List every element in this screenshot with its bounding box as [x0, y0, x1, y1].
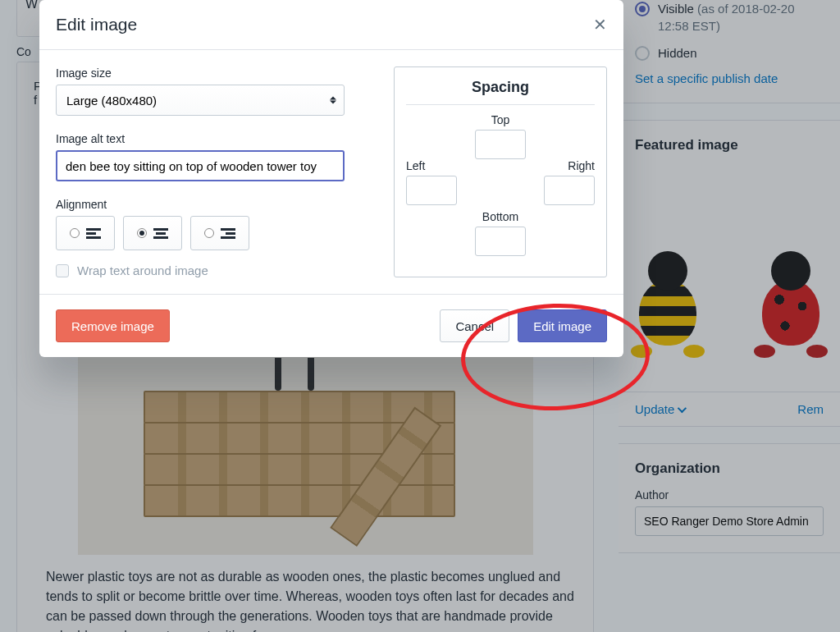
- checkbox-icon: [56, 264, 69, 277]
- spacing-left-label: Left: [406, 159, 425, 172]
- modal-title: Edit image: [56, 15, 137, 34]
- image-size-select[interactable]: Large (480x480): [56, 85, 345, 116]
- align-center-button[interactable]: [123, 216, 182, 250]
- image-size-label: Image size: [56, 66, 345, 80]
- spacing-title: Spacing: [406, 79, 595, 105]
- spacing-bottom-input[interactable]: [475, 227, 526, 256]
- align-center-icon: [153, 228, 168, 239]
- spacing-top-label: Top: [491, 113, 510, 126]
- radio-icon: [204, 228, 214, 238]
- spacing-right-label: Right: [568, 159, 595, 172]
- spacing-bottom-label: Bottom: [482, 210, 518, 223]
- edit-image-button[interactable]: Edit image: [518, 309, 607, 342]
- wrap-text-option: Wrap text around image: [56, 263, 345, 277]
- align-right-button[interactable]: [190, 216, 249, 250]
- close-button[interactable]: ✕: [593, 15, 607, 34]
- alignment-label: Alignment: [56, 198, 345, 211]
- spacing-left-input[interactable]: [406, 176, 457, 205]
- spacing-top-input[interactable]: [475, 130, 526, 159]
- alt-text-input[interactable]: [56, 150, 345, 181]
- radio-icon: [137, 228, 147, 238]
- radio-icon: [70, 228, 80, 238]
- remove-image-button[interactable]: Remove image: [56, 309, 170, 342]
- edit-image-modal: Edit image ✕ Image size Large (480x480) …: [39, 0, 623, 357]
- cancel-button[interactable]: Cancel: [440, 309, 509, 342]
- spacing-panel: Spacing Top Left Right Bottom: [394, 66, 607, 277]
- alt-text-label: Image alt text: [56, 132, 345, 145]
- align-left-icon: [86, 228, 101, 239]
- align-left-button[interactable]: [56, 216, 115, 250]
- spacing-right-input[interactable]: [544, 176, 595, 205]
- align-right-icon: [221, 228, 235, 239]
- wrap-text-label: Wrap text around image: [77, 263, 208, 277]
